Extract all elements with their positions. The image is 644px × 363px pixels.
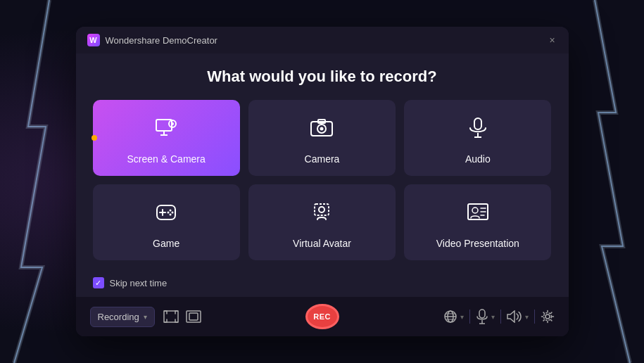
mic-icon[interactable] xyxy=(476,309,488,324)
recording-dropdown[interactable]: Recording ▾ xyxy=(90,307,155,327)
rec-button[interactable]: REC xyxy=(305,304,339,329)
bottom-bar: Recording ▾ xyxy=(76,297,569,336)
divider-2 xyxy=(500,310,501,324)
right-controls: ▾ ▾ xyxy=(443,309,555,324)
svg-rect-33 xyxy=(479,310,485,318)
card-camera[interactable]: Camera xyxy=(248,100,396,176)
card-label-game: Game xyxy=(153,238,179,249)
card-video-presentation[interactable]: Video Presentation xyxy=(404,184,551,260)
card-label-screen-camera: Screen & Camera xyxy=(127,153,206,165)
card-game[interactable]: Game xyxy=(93,184,240,260)
volume-control: ▾ xyxy=(507,310,529,323)
dropdown-chevron-icon: ▾ xyxy=(144,313,147,321)
card-virtual-avatar[interactable]: Virtual Avatar xyxy=(248,184,396,260)
card-label-virtual-avatar: Virtual Avatar xyxy=(293,238,351,249)
app-title: Wondershare DemoCreator xyxy=(106,35,217,46)
svg-rect-18 xyxy=(315,204,329,215)
svg-point-7 xyxy=(320,127,324,131)
camera-icon xyxy=(309,115,334,146)
virtual-avatar-icon xyxy=(309,200,334,231)
frame-window-icon[interactable] xyxy=(186,310,201,323)
lightning-left-icon xyxy=(0,0,84,363)
close-button[interactable]: × xyxy=(548,35,557,45)
svg-point-19 xyxy=(319,207,324,212)
game-icon xyxy=(153,200,179,231)
volume-chevron-icon[interactable]: ▾ xyxy=(525,313,529,321)
card-screen-camera[interactable]: Screen & Camera xyxy=(93,100,240,176)
cards-grid: Screen & Camera Camera xyxy=(93,100,552,260)
screen-camera-icon xyxy=(153,115,179,146)
svg-rect-9 xyxy=(474,118,481,129)
svg-point-4 xyxy=(171,122,174,125)
app-window: W Wondershare DemoCreator × What would y… xyxy=(76,27,569,336)
svg-point-38 xyxy=(543,313,551,321)
main-content: What would you like to record? Screen & … xyxy=(76,53,569,297)
bar-frame-icons xyxy=(163,310,201,323)
mic-chevron-icon[interactable]: ▾ xyxy=(491,313,495,321)
card-audio[interactable]: Audio xyxy=(404,100,551,176)
skip-next-time-checkbox[interactable] xyxy=(93,277,104,288)
divider-3 xyxy=(534,310,535,324)
frame-full-icon[interactable] xyxy=(163,310,179,323)
active-indicator-icon xyxy=(91,135,97,141)
card-label-video-presentation: Video Presentation xyxy=(436,238,519,249)
svg-point-37 xyxy=(545,314,550,319)
svg-rect-27 xyxy=(189,313,198,320)
card-label-audio: Audio xyxy=(465,153,491,165)
svg-point-14 xyxy=(170,210,172,212)
svg-rect-25 xyxy=(164,311,178,322)
recording-dropdown-label: Recording xyxy=(98,312,139,322)
svg-point-17 xyxy=(170,214,172,216)
volume-icon[interactable] xyxy=(507,310,522,323)
globe-icon[interactable] xyxy=(443,310,457,324)
mic-control: ▾ xyxy=(476,309,495,324)
title-bar-left: W Wondershare DemoCreator xyxy=(87,34,217,46)
app-logo-icon: W xyxy=(87,34,100,46)
svg-point-15 xyxy=(172,212,174,214)
page-heading: What would you like to record? xyxy=(93,68,552,86)
skip-next-time-label: Skip next time xyxy=(110,278,168,288)
divider-1 xyxy=(469,310,470,324)
svg-point-21 xyxy=(472,208,478,213)
globe-control: ▾ xyxy=(443,310,464,324)
svg-marker-36 xyxy=(507,311,514,322)
settings-icon[interactable] xyxy=(541,310,555,324)
globe-chevron-icon[interactable]: ▾ xyxy=(460,313,464,321)
video-presentation-icon xyxy=(465,200,491,231)
lightning-right-icon xyxy=(560,0,644,363)
title-bar: W Wondershare DemoCreator × xyxy=(76,27,569,53)
svg-point-16 xyxy=(168,212,170,214)
card-label-camera: Camera xyxy=(305,153,340,165)
rec-button-label: REC xyxy=(313,312,331,321)
audio-icon xyxy=(465,115,491,146)
skip-next-time-row: Skip next time xyxy=(93,272,552,297)
